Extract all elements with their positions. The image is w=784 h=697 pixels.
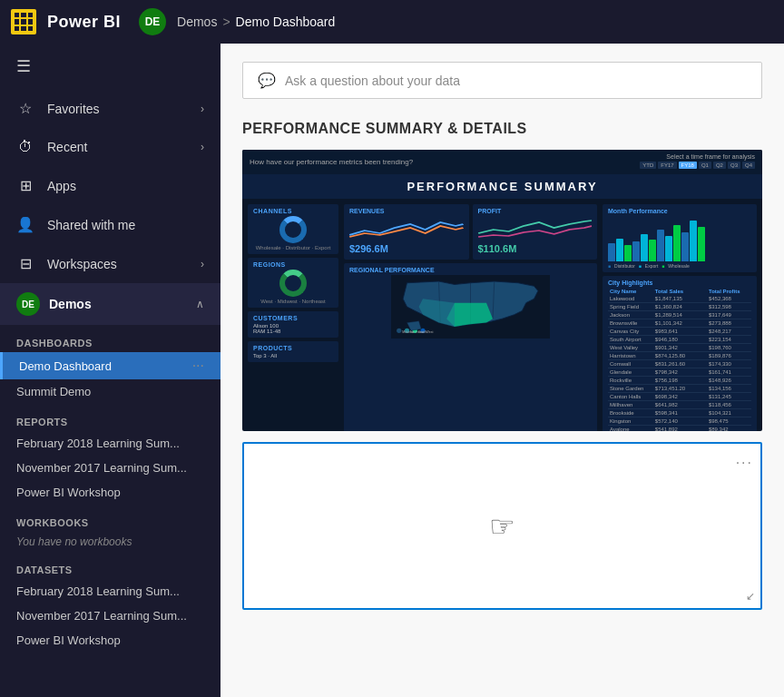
qa-placeholder-text: Ask a question about your data xyxy=(285,74,460,88)
products-info: Top 3 · All xyxy=(253,353,333,358)
table-row: Brookside$598,341$104,321 xyxy=(608,409,751,417)
breadcrumb-separator: > xyxy=(222,15,230,29)
revenue-profit-row: REVENUES $296.6M PROFIT xyxy=(344,204,597,260)
time-btn-ytd[interactable]: YTD xyxy=(640,162,656,169)
sidebar-item-label: Power BI Workshop xyxy=(16,633,121,647)
channels-donut xyxy=(279,216,307,243)
sidebar-item-label: Power BI Workshop xyxy=(16,486,121,499)
regions-title: REGIONS xyxy=(253,261,333,268)
demos-label: Demos xyxy=(49,297,187,311)
user-avatar[interactable]: DE xyxy=(139,8,166,35)
sidebar-item-shared[interactable]: 👤 Shared with me xyxy=(0,205,220,244)
table-row: Millhaven$641,982$118,456 xyxy=(608,401,751,409)
tile-dots-menu[interactable]: ... xyxy=(736,451,753,467)
demos-section-header[interactable]: DE Demos ∧ xyxy=(0,283,220,325)
chevron-icon: › xyxy=(201,258,204,270)
resize-handle[interactable]: ↙ xyxy=(746,590,755,603)
products-panel: PRODUCTS Top 3 · All xyxy=(248,341,338,362)
table-row: Jackson$1,289,514$317,649 xyxy=(608,311,751,319)
bar-7 xyxy=(657,230,664,261)
us-map: Midwest Northeast South West xyxy=(349,275,592,339)
svg-point-1 xyxy=(397,329,401,333)
customers-title: CUSTOMERS xyxy=(253,315,333,321)
performance-summary-tile[interactable]: How have our performance metrics been tr… xyxy=(242,150,762,431)
reports-section-label: REPORTS xyxy=(0,404,220,431)
sidebar-item-apps[interactable]: ⊞ Apps xyxy=(0,166,220,205)
dashboards-section-label: DASHBOARDS xyxy=(0,325,220,352)
table-row: Harristown$874,125.80$189,876 xyxy=(608,352,751,360)
qa-icon: 💬 xyxy=(258,72,276,89)
time-btn-fy18[interactable]: FY18 xyxy=(679,162,697,169)
sidebar-item-recent[interactable]: ⏱ Recent › xyxy=(0,128,220,166)
bar-11 xyxy=(690,221,697,261)
grid-icon: ⊞ xyxy=(16,177,34,194)
sidebar-item-power-bi-workshop-report[interactable]: Power BI Workshop xyxy=(0,480,220,505)
perf-question: How have our performance metrics been tr… xyxy=(250,158,413,166)
time-btn-q4[interactable]: Q4 xyxy=(742,162,755,169)
perf-summary-header: PERFORMANCE SUMMARY xyxy=(242,174,762,199)
segment-panels: CHANNELS Wholesale · Distributor · Expor… xyxy=(248,204,338,431)
bar-6 xyxy=(649,240,656,261)
time-btn-fy17[interactable]: FY17 xyxy=(658,162,676,169)
profit-sparkline xyxy=(478,214,593,241)
table-row: Comwall$831,261.60$174,330 xyxy=(608,360,751,368)
revenue-sparkline xyxy=(349,214,464,241)
profit-title: PROFIT xyxy=(478,208,593,214)
perf-content: CHANNELS Wholesale · Distributor · Expor… xyxy=(242,199,762,431)
bar-9 xyxy=(673,225,681,261)
sidebar-item-summit-demo[interactable]: Summit Demo xyxy=(0,379,220,404)
workbooks-empty-message: You have no workbooks xyxy=(0,532,220,552)
regions-donut xyxy=(279,270,307,297)
city-highlights-title: City Highlights xyxy=(608,280,751,286)
datasets-section-label: DATASETS xyxy=(0,552,220,579)
time-btn-q1[interactable]: Q1 xyxy=(699,162,711,169)
more-options-icon[interactable]: ··· xyxy=(192,358,204,374)
sidebar-item-workspaces[interactable]: ⊟ Workspaces › xyxy=(0,244,220,283)
svg-text:West: West xyxy=(426,330,434,334)
revenues-title: REVENUES xyxy=(349,208,464,214)
time-filter-buttons: YTD FY17 FY18 Q1 Q2 Q3 Q4 xyxy=(640,162,755,169)
city-highlights-panel: City Highlights City Name Total Sales To… xyxy=(603,276,757,431)
time-btn-q3[interactable]: Q3 xyxy=(728,162,740,169)
sidebar-item-feb-2018-dataset[interactable]: February 2018 Learning Sum... xyxy=(0,579,220,604)
svg-text:South: South xyxy=(418,330,426,334)
time-btn-q2[interactable]: Q2 xyxy=(713,162,726,169)
workspace-icon: ⊟ xyxy=(16,255,34,272)
qa-bar[interactable]: 💬 Ask a question about your data xyxy=(242,62,762,99)
table-row: Rockville$756,198$148,926 xyxy=(608,377,751,385)
profit-value: $110.6M xyxy=(478,243,593,254)
hamburger-menu[interactable]: ☰ xyxy=(0,44,220,89)
sidebar-item-nov-2017-report[interactable]: November 2017 Learning Sum... xyxy=(0,456,220,480)
sidebar-item-label: Workspaces xyxy=(47,257,117,271)
bar-5 xyxy=(641,234,648,261)
bar-4 xyxy=(632,241,640,261)
col-profit: Total Profits xyxy=(707,288,751,295)
person-icon: 👤 xyxy=(16,216,34,233)
clock-icon: ⏱ xyxy=(16,139,34,155)
right-panels: Month Performance xyxy=(603,204,757,431)
app-logo: Power BI xyxy=(47,13,121,32)
table-row: Avalone$541,892$89,342 xyxy=(608,426,751,432)
select-time-label: Select a time frame for analysis xyxy=(666,153,755,160)
sidebar-item-power-bi-workshop-dataset[interactable]: Power BI Workshop xyxy=(0,628,220,653)
sidebar-item-nov-2017-dataset[interactable]: November 2017 Learning Sum... xyxy=(0,604,220,628)
secondary-tile[interactable]: ... ☞ ↙ xyxy=(242,442,762,610)
revenues-panel: REVENUES $296.6M xyxy=(344,204,469,260)
table-row: Spring Field$1,360,824$312,598 xyxy=(608,303,751,311)
sidebar-item-demo-dashboard[interactable]: Demo Dashboard ··· xyxy=(0,352,220,379)
demos-chevron-icon: ∧ xyxy=(196,298,204,310)
sidebar-item-favorites[interactable]: ☆ Favorites › xyxy=(0,89,220,128)
sidebar-item-label: Apps xyxy=(47,179,76,193)
middle-panels: REVENUES $296.6M PROFIT xyxy=(344,204,597,431)
channels-title: CHANNELS xyxy=(253,208,333,214)
breadcrumb-workspace[interactable]: Demos xyxy=(177,15,217,29)
sidebar-item-feb-2018-report[interactable]: February 2018 Learning Sum... xyxy=(0,431,220,456)
sidebar-item-label: November 2017 Learning Sum... xyxy=(16,461,187,475)
table-row: Brownsville$1,101,342$273,888 xyxy=(608,319,751,328)
chevron-icon: › xyxy=(201,141,204,153)
sidebar-item-label: Summit Demo xyxy=(16,385,91,398)
customers-panel: CUSTOMERS Alison 100RAM 11-48 xyxy=(248,311,338,338)
app-grid-icon[interactable] xyxy=(11,9,36,34)
table-row: Stone Garden$713,451.20$134,156 xyxy=(608,385,751,393)
revenue-value: $296.6M xyxy=(349,243,464,254)
